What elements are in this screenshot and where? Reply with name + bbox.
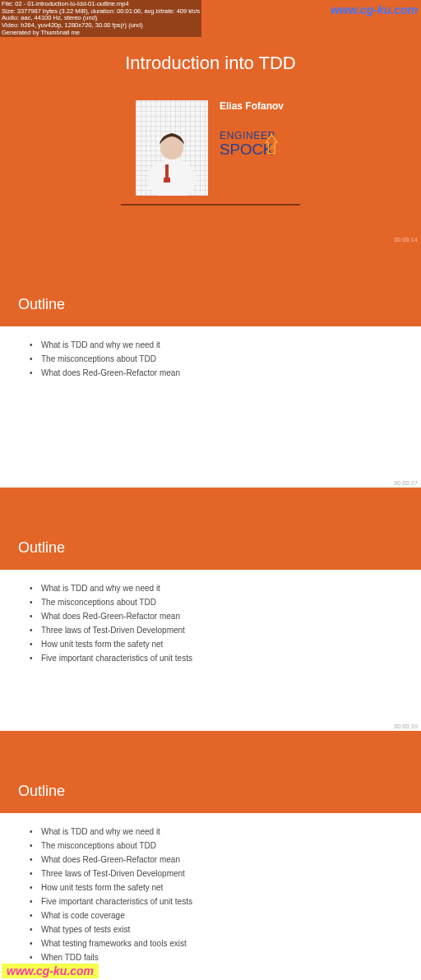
author-photo bbox=[136, 100, 208, 196]
author-name: Elias Fofanov bbox=[220, 100, 285, 112]
logo-text-top: ENGINEER bbox=[220, 130, 275, 141]
intro-row: Elias Fofanov ENGINEER SPOCK S bbox=[136, 100, 285, 196]
outline-item: How unit tests form the safety net bbox=[30, 637, 421, 651]
svg-rect-4 bbox=[164, 178, 170, 183]
outline-list: What is TDD and why we need itThe miscon… bbox=[30, 581, 421, 665]
outline-body: What is TDD and why we need itThe miscon… bbox=[0, 326, 421, 488]
video-metadata: File: 02 - 01-introduction-to-tdd-01-out… bbox=[0, 0, 201, 37]
outline-item: Five important characteristics of unit t… bbox=[30, 894, 421, 908]
engineer-spock-logo: ENGINEER SPOCK S bbox=[220, 127, 285, 166]
outline-list: What is TDD and why we need itThe miscon… bbox=[30, 825, 421, 964]
outline-item: What is TDD and why we need it bbox=[30, 581, 421, 595]
outline-item: What is code coverage bbox=[30, 908, 421, 922]
slide-outline-1: Outline What is TDD and why we need itTh… bbox=[0, 244, 421, 488]
outline-header: Outline bbox=[0, 731, 421, 813]
slide-timestamp: 00:00:27 bbox=[394, 480, 418, 486]
slide-timestamp: 00:00:14 bbox=[394, 237, 418, 243]
outline-body: What is TDD and why we need itThe miscon… bbox=[0, 813, 421, 980]
slide-outline-2: Outline What is TDD and why we need itTh… bbox=[0, 488, 421, 731]
outline-item: What does Red-Green-Refactor mean bbox=[30, 366, 421, 380]
outline-item: What does Red-Green-Refactor mean bbox=[30, 609, 421, 623]
svg-rect-1 bbox=[151, 166, 192, 196]
slide-timestamp: 00:00:39 bbox=[394, 723, 418, 729]
outline-item: The misconceptions about TDD bbox=[30, 839, 421, 853]
outline-item: Three laws of Test-Driven Development bbox=[30, 867, 421, 881]
intro-right-column: Elias Fofanov ENGINEER SPOCK S bbox=[220, 100, 285, 166]
watermark-top: www.cg-ku.com bbox=[331, 3, 418, 16]
outline-heading: Outline bbox=[18, 539, 65, 557]
outline-header: Outline bbox=[0, 244, 421, 326]
svg-rect-3 bbox=[165, 164, 169, 179]
thumbnail-grid: Introduction into TDD Elias Fofanov bbox=[0, 0, 421, 980]
outline-heading: Outline bbox=[18, 783, 65, 800]
outline-item: Three laws of Test-Driven Development bbox=[30, 623, 421, 637]
outline-header: Outline bbox=[0, 488, 421, 570]
outline-item: The misconceptions about TDD bbox=[30, 595, 421, 609]
outline-item: What is TDD and why we need it bbox=[30, 825, 421, 839]
slide-outline-3: Outline What is TDD and why we need itTh… bbox=[0, 731, 421, 980]
svg-text:S: S bbox=[270, 143, 274, 150]
outline-item: What is TDD and why we need it bbox=[30, 338, 421, 352]
watermark-bottom: www.cg-ku.com bbox=[2, 964, 99, 978]
outline-body: What is TDD and why we need itThe miscon… bbox=[0, 570, 421, 731]
title-divider bbox=[121, 204, 300, 206]
meta-generator: Generated by Thumbnail me bbox=[2, 30, 200, 37]
outline-item: What testing frameworks and tools exist bbox=[30, 936, 421, 950]
author-figure bbox=[143, 125, 201, 196]
outline-heading: Outline bbox=[18, 296, 65, 313]
outline-item: Five important characteristics of unit t… bbox=[30, 651, 421, 665]
outline-item: The misconceptions about TDD bbox=[30, 352, 421, 366]
slide-title: Introduction into TDD bbox=[0, 53, 421, 74]
outline-item: What does Red-Green-Refactor mean bbox=[30, 853, 421, 867]
outline-list: What is TDD and why we need itThe miscon… bbox=[30, 338, 421, 380]
outline-item: How unit tests form the safety net bbox=[30, 881, 421, 894]
outline-item: What types of tests exist bbox=[30, 922, 421, 936]
logo-text-bottom: SPOCK bbox=[220, 141, 274, 158]
outline-item: When TDD fails bbox=[30, 950, 421, 964]
